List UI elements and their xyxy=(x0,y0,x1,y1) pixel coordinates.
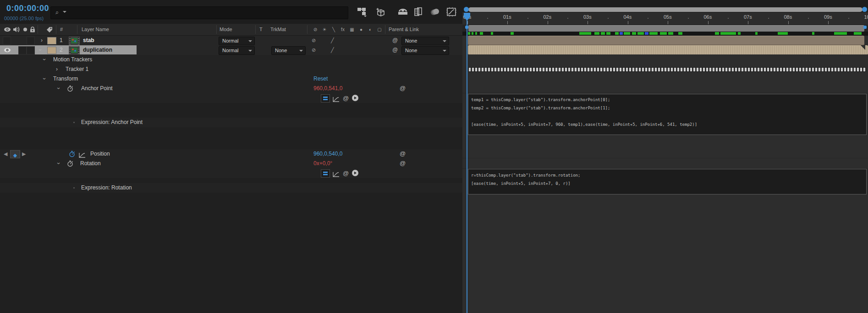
time-ruler[interactable]: 00s01s02s03s04s05s06s07s08s09s10s xyxy=(462,12,868,25)
search-input[interactable]: ⌕ xyxy=(50,6,348,19)
layer-name-stab[interactable]: stab xyxy=(83,37,94,43)
expression-code-line[interactable]: r=thisComp.layer("stab").transform.rotat… xyxy=(468,171,866,179)
expression-pickwhip-icon[interactable]: @ xyxy=(343,170,349,177)
collapse-chevron-duplication[interactable]: › xyxy=(37,49,44,51)
video-toggle-eye-icon-duplication[interactable] xyxy=(4,47,11,54)
hide-shy-layers-icon[interactable] xyxy=(397,6,409,18)
lock-toggle-stab[interactable] xyxy=(27,37,35,45)
layer-name-duplication[interactable]: duplication xyxy=(83,47,112,53)
position-value[interactable]: 960,0,540,0 xyxy=(313,151,342,157)
layer-row-stab[interactable]: › 1 stab Normal ⊘ ╱ @ None xyxy=(0,36,462,46)
expression-code-line[interactable]: [ease(time, inPoint+5, inPoint+7, 960, t… xyxy=(468,120,866,129)
property-group-motion-trackers[interactable]: › Motion Trackers xyxy=(0,55,462,65)
solo-column-icon xyxy=(22,26,29,33)
property-row-anchor-point[interactable]: › Anchor Point 960,0,541,0 @ xyxy=(0,84,462,94)
expression-code-line[interactable]: temp2 = thisComp.layer("stab").transform… xyxy=(468,104,866,112)
expression-pickwhip-icon[interactable]: @ xyxy=(400,160,406,167)
navigator-end-handle[interactable] xyxy=(862,7,867,12)
collapse-chevron-icon[interactable]: › xyxy=(55,162,62,164)
expression-row-anchor-point[interactable]: Expression: Anchor Point xyxy=(0,118,462,127)
stopwatch-icon-position-active[interactable] xyxy=(69,151,75,157)
layer-bar-duplication[interactable] xyxy=(468,45,868,55)
cache-segment-green xyxy=(601,32,605,35)
expression-editor-anchor-point[interactable]: temp1 = thisComp.layer("stab").transform… xyxy=(468,94,867,135)
tracker-keyframes-bar[interactable] xyxy=(468,67,866,72)
show-post-expression-graph-icon[interactable] xyxy=(333,96,340,101)
property-group-tracker1[interactable]: › Tracker 1 xyxy=(0,65,462,75)
graph-editor-icon[interactable] xyxy=(445,6,457,18)
solo-toggle-duplication[interactable] xyxy=(18,46,27,54)
collapse-switch-duplication[interactable]: ⊘ xyxy=(312,47,316,53)
expression-pickwhip-icon[interactable]: @ xyxy=(400,150,406,157)
lock-column-icon xyxy=(29,26,36,33)
motion-blur-icon[interactable] xyxy=(429,6,441,18)
ruler-label-10s: 10s xyxy=(864,14,868,20)
navigator-start-handle[interactable] xyxy=(464,7,469,12)
column-parent-link-header: Parent & Link xyxy=(389,27,419,32)
next-keyframe-arrow[interactable]: ▶ xyxy=(22,151,26,157)
expand-chevron-icon[interactable]: › xyxy=(56,66,58,72)
transform-reset-button[interactable]: Reset xyxy=(313,76,328,82)
work-area-end-handle[interactable] xyxy=(863,26,867,29)
parent-dropdown-stab[interactable]: None xyxy=(401,37,449,45)
label-swatch-stab[interactable] xyxy=(47,37,56,44)
composition-mini-flowchart-icon[interactable] xyxy=(357,6,369,18)
search-options-caret-icon[interactable] xyxy=(63,11,66,13)
expression-pickwhip-icon[interactable]: @ xyxy=(400,85,406,92)
quality-icon: ╲ xyxy=(329,27,338,32)
video-toggle-stab[interactable] xyxy=(3,37,11,45)
property-row-rotation[interactable]: › Rotation 0x+0,0° @ xyxy=(0,159,462,169)
draft-3d-icon[interactable] xyxy=(375,6,387,18)
current-timecode[interactable]: 0:00:00:00 xyxy=(6,4,49,13)
label-swatch-duplication[interactable] xyxy=(47,47,56,54)
parent-pickwhip-icon-duplication[interactable]: @ xyxy=(392,47,398,53)
anchor-point-value[interactable]: 960,0,541,0 xyxy=(313,85,342,92)
collapse-switch-stab[interactable]: ⊘ xyxy=(312,38,316,43)
property-group-transform[interactable]: › Transform Reset xyxy=(0,74,462,84)
show-post-expression-graph-icon[interactable] xyxy=(333,171,340,176)
layer-row-duplication[interactable]: › 2 duplication Normal None ⊘ ╱ @ None xyxy=(0,45,462,55)
parent-dropdown-duplication[interactable]: None xyxy=(401,46,449,55)
cache-segment-green xyxy=(468,32,470,35)
work-area-bar[interactable] xyxy=(468,25,864,32)
time-navigator-bar[interactable] xyxy=(468,7,863,12)
rotation-value[interactable]: 0x+0,0° xyxy=(313,160,332,167)
collapse-chevron-icon[interactable]: › xyxy=(55,87,62,89)
parent-pickwhip-icon-stab[interactable]: @ xyxy=(392,37,398,43)
cache-segment-green xyxy=(606,32,610,35)
previous-keyframe-arrow[interactable]: ◀ xyxy=(4,151,7,157)
blend-mode-dropdown-stab[interactable]: Normal xyxy=(219,37,255,45)
layer-bar-stab[interactable] xyxy=(468,36,864,45)
expand-chevron-stab[interactable]: › xyxy=(41,37,43,43)
playhead-line[interactable] xyxy=(467,13,467,313)
property-row-position[interactable]: ◀ ◆ ▶ Position 960,0,540,0 @ xyxy=(0,149,462,159)
chevron-down-icon xyxy=(443,50,446,52)
collapse-chevron-icon[interactable]: › xyxy=(41,78,48,80)
expression-editor-rotation[interactable]: r=thisComp.layer("stab").transform.rotat… xyxy=(468,169,867,194)
expression-code-line[interactable]: [ease(time, inPoint+5, inPoint+7, 0, r)] xyxy=(468,179,866,188)
expression-code-line[interactable]: temp1 = thisComp.layer("stab").transform… xyxy=(468,96,866,104)
expression-pickwhip-icon[interactable]: @ xyxy=(343,95,349,102)
graph-overlay-icon[interactable] xyxy=(79,151,86,157)
search-icon[interactable]: ⌕ xyxy=(55,9,59,16)
expression-row-rotation[interactable]: Expression: Rotation xyxy=(0,183,462,193)
expression-code-line[interactable] xyxy=(468,112,866,120)
ruler-half-second-dot xyxy=(487,18,488,19)
expression-language-menu-icon[interactable] xyxy=(352,95,358,101)
collapse-chevron-icon[interactable]: › xyxy=(41,59,48,60)
trkmat-dropdown-duplication[interactable]: None xyxy=(271,46,306,55)
ruler-label-06s: 06s xyxy=(704,14,712,20)
frame-blending-icon[interactable] xyxy=(413,6,425,18)
stopwatch-icon-rotation[interactable] xyxy=(67,160,73,167)
quality-switch-duplication[interactable]: ╱ xyxy=(331,47,334,53)
quality-switch-stab[interactable]: ╱ xyxy=(331,38,334,43)
expression-enable-button[interactable] xyxy=(321,169,330,178)
cache-segment-green xyxy=(660,32,667,35)
expression-enable-button[interactable] xyxy=(321,94,330,103)
expression-indicator-dot xyxy=(73,122,75,123)
expression-language-menu-icon[interactable] xyxy=(352,170,358,176)
blend-mode-dropdown-duplication[interactable]: Normal xyxy=(219,46,255,55)
keyframe-toggle-box[interactable]: ◆ xyxy=(10,150,20,158)
stopwatch-icon-anchor-point[interactable] xyxy=(67,85,73,92)
lock-toggle-duplication[interactable] xyxy=(27,46,35,54)
